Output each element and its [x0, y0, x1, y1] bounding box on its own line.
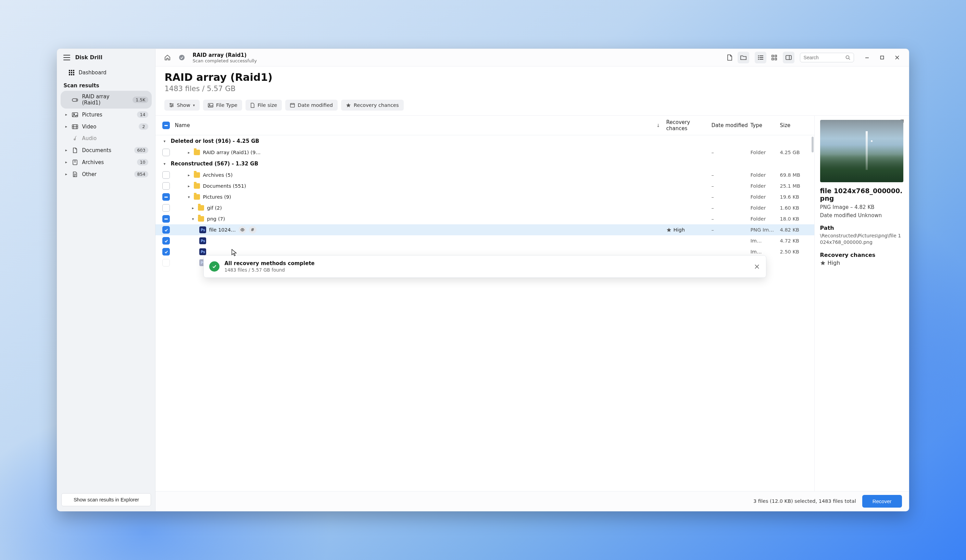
svg-rect-5 — [73, 72, 74, 73]
chevron-right-icon[interactable]: ▸ — [186, 173, 191, 177]
sidebar-dashboard[interactable]: Dashboard — [61, 66, 152, 79]
row-checkbox[interactable] — [162, 259, 170, 266]
row-checkbox[interactable] — [162, 171, 170, 179]
chevron-right-icon[interactable]: ▸ — [64, 172, 68, 176]
close-button[interactable] — [890, 52, 904, 63]
audio-icon — [72, 136, 79, 141]
row-checkbox[interactable] — [162, 149, 170, 156]
sidebar-item-archives[interactable]: ▸ Archives 10 — [61, 156, 152, 168]
search-input[interactable] — [804, 55, 843, 60]
cell-date: – — [711, 227, 751, 233]
svg-rect-7 — [71, 74, 72, 76]
svg-point-30 — [170, 103, 171, 105]
svg-rect-35 — [291, 103, 294, 107]
chevron-right-icon[interactable]: ▸ — [64, 160, 68, 164]
preview-icon[interactable] — [239, 226, 246, 233]
row-checkbox[interactable] — [162, 226, 170, 233]
col-recovery[interactable]: Recovery chances — [666, 119, 711, 131]
sliders-icon — [169, 103, 174, 107]
row-checkbox[interactable] — [162, 193, 170, 201]
row-checkbox[interactable] — [162, 248, 170, 256]
grid-view-icon[interactable] — [769, 52, 780, 63]
count-badge: 854 — [134, 171, 149, 177]
filetype-chip[interactable]: File Type — [203, 100, 242, 111]
video-icon — [72, 124, 79, 129]
blank — [64, 136, 68, 141]
chevron-down-icon[interactable]: ▾ — [191, 217, 195, 221]
group-label: Deleted or lost (916) - 4.25 GB — [171, 138, 259, 144]
recovery-chip[interactable]: Recovery chances — [341, 100, 404, 111]
col-type[interactable]: Type — [751, 122, 780, 128]
sidebar-item-raid[interactable]: RAID array (Raid1) 1.5K — [61, 91, 152, 108]
list-view-icon[interactable] — [755, 52, 766, 63]
cell-date: – — [711, 216, 751, 222]
sidebar-item-other[interactable]: ▸ Other 854 — [61, 168, 152, 180]
col-name[interactable]: Name — [175, 122, 190, 128]
col-size[interactable]: Size — [780, 122, 810, 128]
chevron-right-icon[interactable]: ▸ — [64, 124, 68, 129]
table-row[interactable]: ▾png (7) – Folder 18.0 KB — [156, 213, 814, 224]
table-row[interactable]: ▸Archives (5) – Folder 69.8 MB — [156, 169, 814, 181]
table-row[interactable]: ▸RAID array (Raid1) (9… – Folder 4.25 GB — [156, 147, 814, 158]
sidebar-item-audio[interactable]: Audio — [61, 133, 152, 144]
search-box[interactable] — [800, 53, 854, 62]
cell-type: Im… — [751, 249, 780, 255]
sidebar-item-label: Documents — [82, 147, 130, 153]
menu-icon[interactable] — [63, 55, 70, 60]
home-icon[interactable] — [162, 52, 173, 63]
chevron-down-icon[interactable]: ▾ — [162, 162, 167, 166]
table-header: Name ↓ Recovery chances Date modified Ty… — [156, 116, 814, 135]
svg-point-15 — [179, 55, 184, 60]
rec-label: High — [674, 227, 685, 233]
sort-desc-icon[interactable]: ↓ — [656, 123, 666, 128]
maximize-button[interactable] — [875, 52, 889, 63]
photoshop-icon: Ps — [199, 248, 206, 255]
table-row[interactable]: ▸Documents (551) – Folder 25.1 MB — [156, 181, 814, 192]
toast-close-icon[interactable] — [753, 263, 761, 270]
panel-toggle-icon[interactable] — [783, 52, 794, 63]
sidebar-item-label: Pictures — [82, 112, 133, 118]
row-checkbox[interactable] — [162, 204, 170, 212]
row-checkbox[interactable] — [162, 237, 170, 245]
folder-icon[interactable] — [738, 52, 749, 63]
recover-button[interactable]: Recover — [862, 495, 902, 507]
row-checkbox[interactable] — [162, 215, 170, 223]
row-checkbox[interactable] — [162, 182, 170, 190]
filesize-chip[interactable]: File size — [245, 100, 282, 111]
select-all-checkbox[interactable] — [162, 122, 170, 129]
table-body[interactable]: ▾ Deleted or lost (916) - 4.25 GB ▸RAID … — [156, 135, 814, 491]
chip-label: Date modified — [297, 102, 333, 108]
chevron-right-icon[interactable]: ▸ — [64, 112, 68, 117]
drive-icon — [72, 97, 79, 102]
hex-icon[interactable]: # — [249, 226, 256, 233]
col-date[interactable]: Date modified — [711, 122, 751, 128]
details-meta: PNG Image – 4.82 KB — [820, 204, 904, 210]
chevron-right-icon[interactable]: ▸ — [186, 184, 191, 188]
chevron-down-icon[interactable]: ▾ — [186, 195, 191, 199]
sidebar-item-documents[interactable]: ▸ Documents 603 — [61, 144, 152, 156]
minimize-button[interactable] — [860, 52, 874, 63]
show-chip[interactable]: Show ▾ — [164, 100, 200, 111]
show-in-explorer-button[interactable]: Show scan results in Explorer — [61, 493, 151, 506]
app-window: Disk Drill Dashboard Scan results RAID a… — [57, 49, 909, 511]
group-deleted[interactable]: ▾ Deleted or lost (916) - 4.25 GB — [156, 135, 814, 147]
sidebar-item-label: Other — [82, 171, 130, 177]
cell-type: Folder — [751, 183, 780, 189]
group-reconstructed[interactable]: ▾ Reconstructed (567) - 1.32 GB — [156, 158, 814, 169]
chevron-right-icon[interactable]: ▸ — [64, 148, 68, 153]
sidebar-item-video[interactable]: ▸ Video 2 — [61, 121, 152, 133]
svg-rect-21 — [759, 59, 763, 59]
footer: 3 files (12.0 KB) selected, 1483 files t… — [156, 491, 909, 511]
status-complete-icon — [176, 52, 188, 63]
sidebar-item-pictures[interactable]: ▸ Pictures 14 — [61, 108, 152, 121]
calendar-icon — [290, 103, 295, 108]
chevron-right-icon[interactable]: ▸ — [191, 206, 195, 210]
chevron-down-icon[interactable]: ▾ — [162, 139, 167, 143]
chevron-right-icon[interactable]: ▸ — [186, 150, 191, 155]
table-row[interactable]: ▾Pictures (9) – Folder 19.6 KB — [156, 192, 814, 202]
table-row[interactable]: Ps Im… 4.72 KB — [156, 235, 814, 246]
date-chip[interactable]: Date modified — [285, 100, 338, 111]
table-row[interactable]: Ps file 1024… # High – PNG Im… 4.82 KB — [156, 224, 814, 235]
table-row[interactable]: ▸gif (2) – Folder 1.60 KB — [156, 202, 814, 213]
file-icon[interactable] — [724, 52, 736, 63]
